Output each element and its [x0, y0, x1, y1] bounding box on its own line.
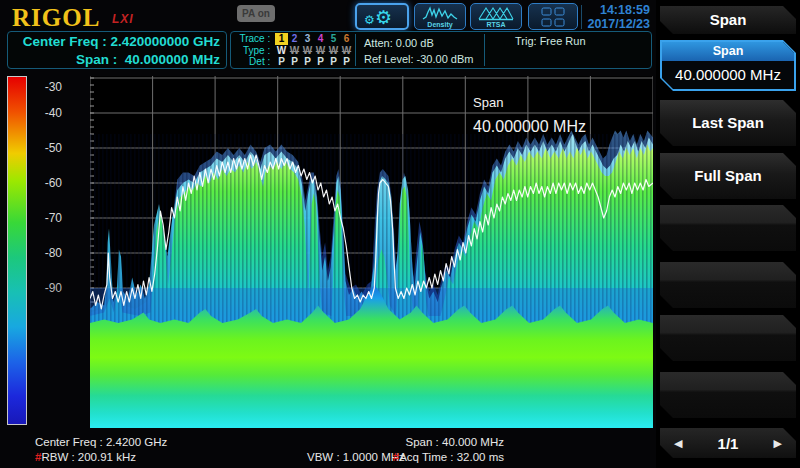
trace-5-type: W	[327, 45, 340, 57]
trace-1-type: W	[275, 45, 288, 57]
grid-icon	[542, 7, 565, 26]
trace-3-det: P	[301, 56, 314, 68]
amplitude-settings: Atten: 0.00 dB Ref Level: -30.00 dBm	[356, 32, 484, 68]
softkey-full-span[interactable]: Full Span	[660, 153, 796, 199]
trace-table: Trace : 1 2 3 4 5 6 Type : W W W W W W	[231, 32, 355, 68]
ref-level-readout: Ref Level: -30.00 dBm	[364, 51, 484, 67]
y-tick-30: -30	[36, 80, 62, 94]
rtsa-peaks-icon	[478, 6, 514, 21]
frequency-readout-panel: Center Freq : 2.420000000 GHz Span : 40.…	[7, 31, 227, 69]
trace-6-badge[interactable]: 6	[340, 33, 353, 45]
trace-6-det: P	[340, 56, 353, 68]
rtsa-button-label: RTSA	[471, 21, 521, 28]
page-indicator: 1/1	[718, 435, 739, 452]
trace-6-type: W	[340, 45, 353, 57]
clock: 14:18:59 2017/12/23	[584, 3, 650, 31]
menu-title: Span	[660, 6, 796, 34]
softkey-menu: Span Span 40.000000 MHz Last Span Full S…	[656, 0, 800, 468]
status-rbw: #RBW : 200.91 kHz	[35, 451, 136, 463]
trace-2-det: P	[288, 56, 301, 68]
span-popup-title: Span	[473, 95, 586, 110]
density-button-label: Density	[415, 21, 465, 28]
atten-readout: Atten: 0.00 dB	[364, 35, 484, 51]
trace-3-type: W	[301, 45, 314, 57]
preamp-status-badge: PA on	[237, 5, 275, 22]
density-colorbar	[7, 76, 27, 425]
span-value: 40.000000 MHz	[125, 51, 220, 69]
trace-settings-panel: Trace : 1 2 3 4 5 6 Type : W W W W W W	[230, 31, 652, 69]
trace-1-badge[interactable]: 1	[275, 33, 288, 45]
trace-4-det: P	[314, 56, 327, 68]
trig-readout: Trig: Free Run	[515, 35, 651, 47]
span-label: Span :	[76, 51, 125, 69]
trace-2-badge[interactable]: 2	[288, 33, 301, 45]
center-freq-value: 2.420000000 GHz	[110, 33, 220, 51]
span-popup-annotation: Span 40.000000 MHz	[473, 95, 586, 136]
rigol-logo: RIGOL	[12, 4, 100, 32]
time-text: 14:18:59	[584, 3, 650, 17]
menu-pager[interactable]: ◀ 1/1 ▶	[660, 428, 796, 458]
trace-4-badge[interactable]: 4	[314, 33, 327, 45]
settings-button[interactable]: ⚙ ⚙	[355, 3, 409, 30]
density-mode-button[interactable]: Density	[414, 3, 466, 30]
trace-5-det: P	[327, 56, 340, 68]
trace-2-type: W	[288, 45, 301, 57]
trace-5-badge[interactable]: 5	[327, 33, 340, 45]
spectrum-analyzer-screen: RIGOL LXI PA on ⚙ ⚙ Density RTSA 14:18:5…	[0, 0, 800, 468]
span-popup-value: 40.000000 MHz	[473, 118, 586, 136]
softkey-blank-3	[660, 315, 796, 361]
trace-1-det: P	[275, 56, 288, 68]
y-tick-70: -70	[36, 211, 62, 225]
gear-small-icon: ⚙	[364, 13, 375, 27]
softkey-last-span[interactable]: Last Span	[660, 100, 796, 146]
page-next-icon[interactable]: ▶	[774, 437, 782, 450]
trigger-settings: Trig: Free Run	[485, 32, 651, 68]
status-span: Span : 40.000 MHz	[406, 436, 504, 448]
y-tick-90: -90	[36, 281, 62, 295]
y-tick-40: -40	[36, 106, 62, 120]
display-area: RIGOL LXI PA on ⚙ ⚙ Density RTSA 14:18:5…	[0, 0, 656, 468]
layout-grid-button[interactable]	[528, 3, 578, 30]
softkey-span-label: Span	[662, 42, 794, 61]
trace-4-type: W	[314, 45, 327, 57]
softkey-blank-2	[660, 262, 796, 308]
softkey-span[interactable]: Span 40.000000 MHz	[660, 40, 796, 91]
gear-icon: ⚙	[375, 5, 392, 30]
status-acq-time: #Acq Time : 32.00 ms	[393, 451, 504, 463]
trace-3-badge[interactable]: 3	[301, 33, 314, 45]
lxi-badge: LXI	[112, 12, 134, 26]
y-tick-50: -50	[36, 141, 62, 155]
center-freq-label: Center Freq :	[23, 33, 111, 51]
clock-divider	[581, 5, 582, 29]
softkey-span-value: 40.000000 MHz	[662, 61, 794, 89]
date-text: 2017/12/23	[584, 17, 650, 31]
softkey-blank-1	[660, 205, 796, 251]
status-center-freq: Center Freq : 2.4200 GHz	[35, 436, 167, 448]
det-row-label: Det :	[233, 56, 273, 68]
softkey-blank-4	[660, 372, 796, 418]
y-tick-60: -60	[36, 176, 62, 190]
y-tick-80: -80	[36, 246, 62, 260]
rtsa-mode-button[interactable]: RTSA	[470, 3, 522, 30]
status-vbw: VBW : 1.0000 MHz	[307, 451, 405, 463]
trace-row-label: Trace :	[233, 33, 273, 45]
page-prev-icon[interactable]: ◀	[674, 437, 682, 450]
type-row-label: Type :	[233, 45, 273, 57]
density-waveform-icon	[422, 6, 458, 21]
